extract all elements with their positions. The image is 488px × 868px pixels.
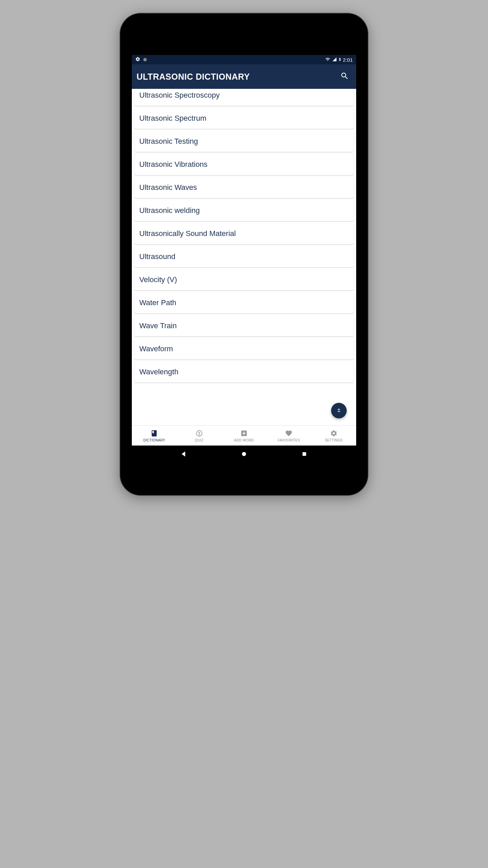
list-item[interactable]: Wave Train [135,315,353,336]
list-item-label: Wavelength [139,368,178,376]
list-item-label: Waveform [139,344,173,353]
status-bar: 2:01 [132,55,356,64]
screen: 2:01 ULTRASONIC DICTIONARY Ultrasonic Sp… [132,55,356,462]
list-item[interactable]: Ultrasonically Sound Material [135,223,353,244]
gear-icon [135,57,140,63]
help-icon [195,429,204,438]
heart-icon [284,429,293,438]
list-item[interactable]: Water Path [135,292,353,313]
bottom-nav: DICTIONARY QUIZ ADD WORD [132,425,356,446]
nav-settings[interactable]: SETTINGS [311,429,356,442]
app-bar: ULTRASONIC DICTIONARY [132,64,356,89]
svg-point-3 [242,452,246,456]
list-item-label: Wave Train [139,321,177,330]
android-back-button[interactable] [175,446,192,462]
scroll-top-fab[interactable] [331,403,347,418]
nav-label: FAVOURITES [278,438,300,442]
status-right: 2:01 [325,57,353,63]
list-item[interactable]: Ultrasonic Testing [135,131,353,152]
search-icon [340,72,349,82]
list-item-label: Ultrasonic Waves [139,183,197,192]
android-nav-bar [132,446,356,462]
list-item-label: Ultrasonic Spectrum [139,114,206,122]
list-item-label: Ultrasonic Testing [139,137,198,145]
list-item[interactable]: Ultrasonic welding [135,200,353,221]
nav-favourites[interactable]: FAVOURITES [266,429,311,442]
nav-dictionary[interactable]: DICTIONARY [132,429,177,442]
circle-icon [143,57,147,63]
nav-label: QUIZ [195,438,203,442]
list-item[interactable]: Ultrasonic Waves [135,177,353,198]
nav-add-word[interactable]: ADD WORD [222,429,266,442]
list-item-label: Ultrasonic welding [139,206,200,215]
list-item[interactable]: Ultrasonic Vibrations [135,154,353,175]
list-item-label: Ultrasonic Vibrations [139,160,207,169]
battery-icon [338,57,342,63]
list-item[interactable]: Ultrasonic Spectroscopy [135,89,353,106]
status-left [135,57,147,63]
list-item[interactable]: Wavelength [135,361,353,382]
svg-point-2 [199,435,199,435]
app-title: ULTRASONIC DICTIONARY [137,72,250,82]
list-item-label: Velocity (V) [139,275,177,284]
signal-icon [332,57,337,63]
android-recent-button[interactable] [296,446,313,462]
nav-label: ADD WORD [234,438,254,442]
nav-label: SETTINGS [325,438,343,442]
wifi-icon [325,57,331,63]
list-item-label: Ultrasonic Spectroscopy [139,91,220,99]
list-item-label: Ultrasound [139,252,175,261]
list-item[interactable]: Ultrasound [135,246,353,267]
phone-frame: 2:01 ULTRASONIC DICTIONARY Ultrasonic Sp… [120,14,368,495]
status-time: 2:01 [343,57,353,63]
list-item-label: Water Path [139,298,176,307]
svg-rect-4 [303,452,306,456]
book-icon [150,429,159,438]
gear-icon [329,429,338,438]
list-item[interactable]: Velocity (V) [135,269,353,290]
nav-label: DICTIONARY [143,438,165,442]
svg-point-0 [143,58,147,61]
list-item[interactable]: Waveform [135,338,353,359]
plus-icon [240,429,248,438]
search-button[interactable] [338,70,351,83]
nav-quiz[interactable]: QUIZ [177,429,221,442]
chevron-up-double-icon [336,407,342,415]
phone-inner: 2:01 ULTRASONIC DICTIONARY Ultrasonic Sp… [124,18,364,491]
dictionary-list[interactable]: Ultrasonic Spectroscopy Ultrasonic Spect… [132,89,356,425]
list-item-label: Ultrasonically Sound Material [139,229,236,238]
list-item[interactable]: Ultrasonic Spectrum [135,108,353,129]
android-home-button[interactable] [236,446,252,462]
